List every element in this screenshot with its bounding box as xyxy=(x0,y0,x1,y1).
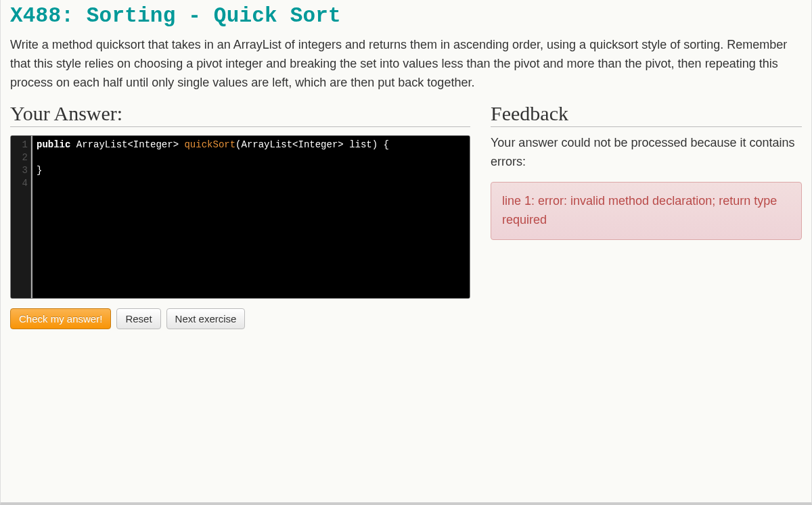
feedback-intro: Your answer could not be processed becau… xyxy=(491,134,802,172)
exercise-title-link[interactable]: X488: Sorting - Quick Sort xyxy=(10,4,341,28)
line-number: 2 xyxy=(14,151,28,164)
line-number-gutter: 1 2 3 4 xyxy=(11,136,31,298)
exercise-description: Write a method quicksort that takes in a… xyxy=(10,36,802,93)
line-number: 1 xyxy=(14,139,28,151)
feedback-heading: Feedback xyxy=(491,102,802,127)
line-number: 4 xyxy=(14,177,28,190)
code-area[interactable]: public ArrayList<Integer> quickSort(Arra… xyxy=(31,136,470,298)
exercise-title: X488: Sorting - Quick Sort xyxy=(10,0,802,28)
reset-button[interactable]: Reset xyxy=(116,308,160,329)
check-answer-button[interactable]: Check my answer! xyxy=(10,308,111,329)
error-message: line 1: error: invalid method declaratio… xyxy=(491,182,802,240)
line-number: 3 xyxy=(14,164,28,177)
your-answer-heading: Your Answer: xyxy=(10,102,470,127)
next-exercise-button[interactable]: Next exercise xyxy=(166,308,246,329)
code-editor[interactable]: 1 2 3 4 public ArrayList<Integer> quickS… xyxy=(10,135,470,299)
